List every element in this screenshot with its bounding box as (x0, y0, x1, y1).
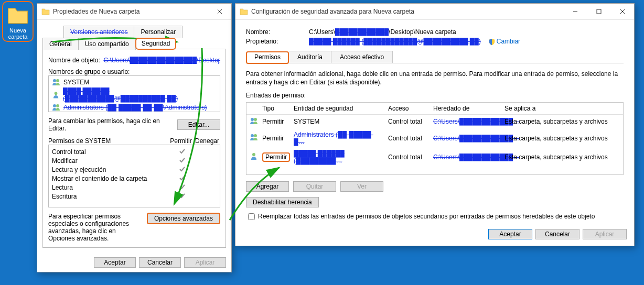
group-list[interactable]: SYSTEM ████ ██████ (███████████@████████… (48, 75, 220, 112)
advanced-button[interactable]: Opciones avanzadas (147, 213, 220, 224)
change-owner-link[interactable]: Cambiar (488, 38, 520, 46)
edit-hint: Para cambiar los permisos, haga clic en … (48, 117, 177, 132)
replace-children-checkbox[interactable] (248, 213, 255, 220)
hdr-access[interactable]: Acceso (385, 103, 430, 114)
remove-button[interactable]: Quitar (293, 181, 336, 192)
deny-header: Denegar (194, 137, 220, 145)
advanced-titlebar[interactable]: Configuración de seguridad avanzada para… (235, 4, 634, 20)
disable-inheritance-button[interactable]: Deshabilitar herencia (246, 197, 319, 207)
tab-effective-access[interactable]: Acceso efectivo (331, 51, 393, 63)
group-item-user1: ████ ██████ (███████████@██████████.██) (49, 89, 220, 101)
desktop-folder[interactable]: Nueva carpeta (2, 1, 34, 42)
cancel-button[interactable]: Cancelar (139, 257, 181, 268)
minimize-icon[interactable] (563, 4, 587, 19)
perm-row: Permitir Administrators (██-█████-█… Con… (246, 129, 623, 148)
advanced-title: Configuración de seguridad avanzada para… (251, 8, 563, 15)
permissions-for-label: Permisos de SYSTEM (48, 137, 168, 145)
properties-title: Propiedades de Nueva carpeta (53, 8, 208, 15)
close-icon[interactable] (208, 4, 231, 19)
maximize-icon[interactable] (587, 4, 610, 19)
name-label: Nombre: (246, 28, 309, 36)
tab-customize[interactable]: Personalizar (134, 26, 183, 38)
perm-row: Permitir █████ ██████ (█████████… Contro… (246, 148, 623, 167)
perm-row: Permitir SYSTEM Control total C:\Users\█… (246, 115, 623, 129)
permissions-list[interactable]: Control total Modificar Lectura y ejecuc… (48, 145, 220, 207)
hdr-type[interactable]: Tipo (259, 103, 291, 114)
name-value: C:\Users\████████████\Desktop\Nueva carp… (309, 28, 456, 36)
hdr-applies[interactable]: Se aplica a (501, 103, 623, 114)
tab-auditing[interactable]: Auditoría (289, 51, 331, 63)
apply-button[interactable]: Aplicar (184, 257, 226, 268)
users-icon (250, 133, 258, 141)
object-name-value: C:\Users\███████████████\Desktop\Nueva c… (103, 57, 220, 64)
view-button[interactable]: Ver (340, 181, 383, 192)
properties-titlebar[interactable]: Propiedades de Nueva carpeta (37, 4, 231, 20)
ok-button[interactable]: Aceptar (94, 257, 136, 268)
entries-label: Entradas de permiso: (246, 92, 624, 99)
edit-button[interactable]: Editar... (177, 119, 220, 130)
user-icon (250, 152, 258, 160)
ok-button[interactable]: Aceptar (488, 229, 532, 239)
owner-label: Propietario: (246, 38, 309, 45)
add-button[interactable]: Agregar (246, 181, 289, 192)
group-item-admins: Administrators (██-█████-██-██\Administr… (49, 101, 220, 112)
cancel-button[interactable]: Cancelar (535, 229, 579, 239)
permission-entries-table[interactable]: Tipo Entidad de seguridad Acceso Heredad… (246, 102, 624, 175)
info-text: Para obtener información adicional, haga… (246, 70, 624, 86)
tab-sharing[interactable]: Uso compartido (78, 38, 136, 50)
users-icon (250, 117, 258, 125)
desktop-folder-label: Nueva carpeta (3, 27, 33, 40)
tab-security[interactable]: Seguridad (135, 38, 177, 50)
folder-icon (240, 7, 248, 16)
folder-icon (41, 7, 50, 16)
apply-button[interactable]: Aplicar (583, 229, 627, 239)
groups-label: Nombres de grupo o usuario: (48, 68, 220, 75)
advanced-hint: Para especificar permisos especiales o c… (48, 213, 147, 242)
owner-value: █████ ██████ (████████████@██████████.██… (309, 38, 481, 45)
close-icon[interactable] (610, 4, 634, 19)
tab-general[interactable]: General (42, 38, 79, 50)
tab-permissions[interactable]: Permisos (246, 51, 289, 64)
allow-header: Permitir (168, 137, 194, 145)
object-name-label: Nombre de objeto: (48, 57, 100, 64)
properties-window: Propiedades de Nueva carpeta Versiones a… (37, 3, 232, 272)
group-item-system: SYSTEM (49, 76, 220, 89)
hdr-inherited[interactable]: Heredado de (430, 103, 501, 114)
advanced-security-window: Configuración de seguridad avanzada para… (235, 3, 635, 246)
hdr-principal[interactable]: Entidad de seguridad (291, 103, 385, 114)
tab-previous-versions[interactable]: Versiones anteriores (63, 26, 134, 38)
replace-children-label: Reemplazar todas las entradas de permiso… (258, 213, 595, 220)
